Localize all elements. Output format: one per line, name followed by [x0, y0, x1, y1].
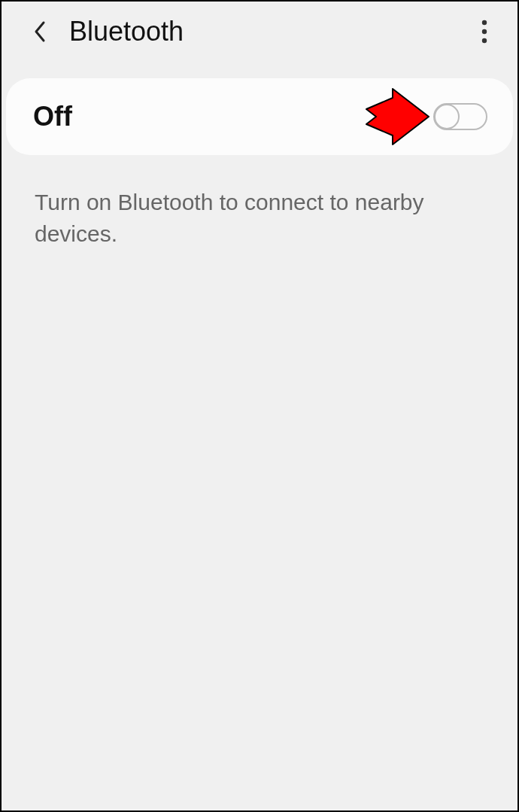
more-options-icon[interactable] — [472, 17, 496, 47]
page-title: Bluetooth — [69, 16, 184, 47]
svg-point-1 — [482, 29, 487, 34]
bluetooth-description: Turn on Bluetooth to connect to nearby d… — [2, 155, 517, 250]
header-left: Bluetooth — [32, 16, 184, 47]
bluetooth-toggle[interactable] — [433, 103, 487, 130]
svg-point-0 — [482, 20, 487, 25]
svg-marker-3 — [366, 89, 429, 144]
back-icon[interactable] — [32, 18, 48, 45]
bluetooth-toggle-card: Off — [6, 78, 513, 155]
annotation-arrow-icon — [363, 87, 430, 147]
bluetooth-status-label: Off — [33, 101, 72, 132]
header: Bluetooth — [2, 2, 517, 62]
svg-point-2 — [482, 38, 487, 43]
toggle-knob — [434, 104, 460, 129]
